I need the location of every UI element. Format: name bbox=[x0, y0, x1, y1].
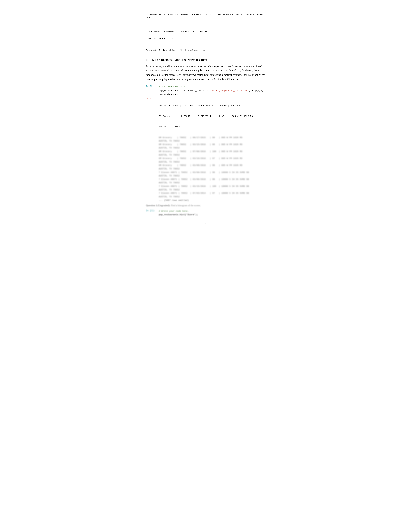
section-heading: 1.1 1. The Bootstrap and The Normal Curv… bbox=[146, 58, 265, 62]
ok-line: OK, version v1.13.11 bbox=[149, 38, 175, 40]
cell-in2-code-line2: pop_restaurants bbox=[159, 93, 265, 96]
login-line: Successfully logged in as jhighland@umas… bbox=[146, 49, 205, 52]
table-blurred-rows: 6M Grocery | 78652 | 06/17/2015 | 90 | 8… bbox=[159, 136, 265, 199]
blurred-row-8: 7 Eleven #8871 | 78652 | 03/15/2016 | 10… bbox=[159, 185, 265, 191]
separator-line-2: ========================================… bbox=[149, 44, 240, 47]
blurred-row-7: 7 Eleven #8871 | 78652 | 03/06/2018 | 98… bbox=[159, 178, 265, 185]
cell-in2-code-line1: pop_restaurants = Table.read_table('rest… bbox=[159, 89, 265, 93]
cell-in2-code: pop_restaurants = Table.read_table('rest… bbox=[159, 89, 265, 96]
page-number: 2 bbox=[146, 223, 265, 226]
cell-out2-content: Restaurant Name | Zip Code | Inspection … bbox=[159, 97, 265, 136]
blurred-row-4: 6M Grocery | 78652 | 03/19/2018 | 97 | 8… bbox=[159, 157, 265, 164]
cell-in3: In [3]: # Write your code here. pop_rest… bbox=[146, 209, 265, 216]
section-number: 1.1 bbox=[146, 58, 150, 62]
cell-comment: # Just run this cell. bbox=[159, 86, 186, 88]
login-success-text: Successfully logged in as jhighland@umas… bbox=[146, 49, 265, 52]
separator-line-1: ========================================… bbox=[149, 24, 240, 26]
assignment-line: Assignment: Homework 8: Central Limit Th… bbox=[149, 31, 207, 33]
cell-in3-code: pop_restaurants.hist('Score'); bbox=[159, 213, 198, 216]
code-text-plain: pop_restaurants = Table.read_table( bbox=[159, 89, 205, 92]
cell-out2: Out[2]: Restaurant Name | Zip Code | Ins… bbox=[146, 97, 265, 201]
section-title: 1. The Bootstrap and The Normal Curve bbox=[151, 58, 207, 62]
code-string: 'restaurant_inspection_scores.csv' bbox=[205, 89, 249, 92]
table-row-1b: AUSTIN, TX 78652 bbox=[159, 125, 265, 129]
cell-in2-label: In [2]: bbox=[146, 85, 159, 87]
blurred-row-1: 6M Grocery | 78652 | 06/17/2015 | 90 | 8… bbox=[159, 136, 265, 143]
blurred-row-2: 6M Grocery | 78652 | 03/15/2016 | 86 | 8… bbox=[159, 143, 265, 150]
terminal-separator1: ========================================… bbox=[146, 20, 265, 27]
question-label: Question 1 (Ungraded): bbox=[146, 204, 170, 207]
cell-in2-content: # Just run this cell. bbox=[159, 85, 265, 89]
terminal-output: Requirement already up-to-date: requests… bbox=[146, 10, 265, 19]
requirement-line: Requirement already up-to-date: requests… bbox=[146, 13, 265, 19]
question-line: Question 1 (Ungraded): Find a histogram … bbox=[146, 204, 265, 207]
cell-out2-label: Out[2]: bbox=[146, 97, 159, 100]
code-text-end: ).drop(5,6) bbox=[249, 89, 263, 92]
blurred-row-5: 6M Grocery | 78652 | 03/09/2018 | 98 | 8… bbox=[159, 164, 265, 171]
cell-in3-comment: # Write your code here. bbox=[159, 210, 189, 212]
cell-out2-row: Out[2]: Restaurant Name | Zip Code | Ins… bbox=[146, 97, 265, 136]
cell-in2: In [2]: # Just run this cell. bbox=[146, 85, 265, 89]
blurred-row-3: 6M Grocery | 78652 | 07/06/2016 | 100 | … bbox=[159, 150, 265, 157]
table-header: Restaurant Name | Zip Code | Inspection … bbox=[159, 104, 265, 108]
blurred-row-9: 7 Eleven #8871 | 78652 | 07/03/2014 | 97… bbox=[159, 191, 265, 199]
terminal-ok: OK, version v1.13.11 bbox=[146, 34, 265, 40]
table-row-1a: 6M Grocery | 78652 | 01/17/2014 | 90 | 8… bbox=[159, 115, 265, 118]
code-pop-restaurants: pop_restaurants bbox=[159, 93, 178, 95]
blurred-row-6: 7 Eleven #8871 | 78652 | 03/08/2018 | 90… bbox=[159, 171, 265, 178]
cell-in3-label: In [3]: bbox=[146, 209, 159, 212]
description-paragraph: In this exercise, we will explore a data… bbox=[146, 64, 265, 81]
table-summary: ... (5867 rows omitted) bbox=[159, 199, 265, 201]
cell-in3-content: # Write your code here. pop_restaurants.… bbox=[159, 209, 265, 216]
terminal-assignment: Assignment: Homework 8: Central Limit Th… bbox=[146, 27, 265, 34]
terminal-separator2: ========================================… bbox=[146, 41, 265, 47]
